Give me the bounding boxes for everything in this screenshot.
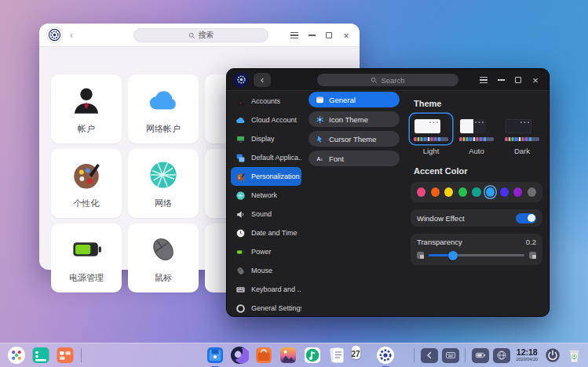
sidebar-item-network[interactable]: Network (231, 186, 301, 205)
tray-chevron-left-icon[interactable] (421, 348, 438, 363)
subnav-item-font[interactable]: Aa Font (309, 151, 400, 166)
settings-card-user[interactable]: 帐户 (51, 74, 122, 144)
general-panel: Theme Light Auto (411, 92, 542, 311)
mini-dock (505, 137, 539, 141)
settings-card-battery[interactable]: 电源管理 (51, 223, 122, 293)
theme-heading: Theme (414, 99, 542, 108)
shutdown-button[interactable] (545, 347, 561, 363)
card-label: 帐户 (78, 123, 95, 135)
search-icon (371, 77, 378, 84)
calendar-icon: 27 (352, 346, 360, 359)
slider-handle[interactable] (448, 251, 458, 260)
close-button[interactable]: × (527, 72, 544, 88)
card-label: 鼠标 (155, 272, 172, 284)
globe-icon (236, 191, 246, 201)
subnav-item-icon-theme[interactable]: Icon Theme (309, 111, 400, 127)
display-icon (236, 134, 246, 144)
close-button[interactable]: × (338, 27, 355, 43)
clock-time: 12:18 (516, 348, 538, 357)
window-effect-toggle[interactable] (516, 213, 536, 223)
accent-color-heading: Accent Color (414, 166, 542, 176)
sidebar-item-accounts[interactable]: Accounts (231, 92, 301, 111)
tray-onscreen-keyboard-icon[interactable] (442, 348, 459, 363)
sidebar-item-power[interactable]: Power (231, 242, 301, 261)
taskbar-text-editor-icon[interactable] (327, 346, 346, 365)
taskbar-browser-icon[interactable] (230, 346, 249, 365)
sidebar-item-label: Display (251, 135, 275, 143)
sidebar-item-mouse[interactable]: Mouse (231, 261, 301, 280)
settings-card-cloud[interactable]: 网络帐户 (128, 74, 199, 144)
sidebar-item-sound[interactable]: Sound (231, 205, 301, 223)
cloud-icon (236, 115, 246, 125)
sidebar-item-personalization[interactable]: Personalization (231, 167, 301, 186)
accent-color-swatch[interactable] (472, 187, 480, 197)
keyboard-icon (236, 285, 246, 295)
desktop: ‹ 搜索 × 帐户 网络帐户 个性化 (0, 0, 588, 367)
taskbar-music-icon[interactable] (303, 346, 322, 365)
sidebar-item-label: General Settings (251, 304, 301, 312)
settings-card-palette[interactable]: 个性化 (51, 149, 122, 218)
taskbar-show-desktop-icon[interactable] (56, 346, 75, 365)
speaker-icon (236, 209, 246, 220)
search-input[interactable]: 搜索 (133, 28, 268, 42)
taskbar-image-viewer-icon[interactable] (279, 346, 298, 365)
sidebar-item-date-and-time[interactable]: Date and Time (231, 223, 301, 242)
accent-color-swatch[interactable] (458, 187, 467, 197)
taskbar-app-store-icon[interactable] (254, 346, 273, 365)
mouse-icon (236, 266, 246, 276)
sidebar-item-keyboard-and[interactable]: Keyboard and ... (231, 280, 301, 299)
minimize-button[interactable] (492, 72, 509, 88)
settings-card-globe[interactable]: 网络 (128, 149, 199, 218)
theme-thumbnail (502, 114, 542, 144)
theme-option-label: Light (411, 147, 451, 155)
menu-icon[interactable] (475, 72, 492, 88)
trash-icon[interactable] (566, 347, 583, 364)
maximize-button[interactable] (320, 27, 338, 43)
accent-color-swatch[interactable] (513, 187, 522, 197)
sidebar-item-cloud-account[interactable]: Cloud Account (231, 111, 301, 129)
accent-color-swatch[interactable] (500, 187, 509, 197)
maximize-button[interactable] (509, 72, 527, 88)
accent-color-swatch[interactable] (417, 187, 425, 197)
accent-color-swatch[interactable] (528, 187, 536, 197)
taskbar-file-manager-icon[interactable] (206, 346, 225, 365)
taskbar-calendar-icon[interactable]: 27 (352, 346, 371, 365)
sidebar-item-general-settings[interactable]: General Settings (231, 299, 301, 318)
settings-card-mouse[interactable]: 鼠标 (128, 223, 199, 293)
window-effect-row: Window Effect (411, 209, 542, 227)
cloud-icon (147, 84, 180, 117)
accent-color-swatch[interactable] (431, 187, 440, 197)
tray-network-icon[interactable] (493, 348, 510, 363)
subnav-item-label: General (329, 96, 356, 104)
card-label: 个性化 (74, 198, 100, 209)
theme-option-light[interactable]: Light (411, 114, 451, 155)
subnav-item-label: Font (329, 154, 344, 163)
theme-thumbnail (456, 114, 497, 144)
back-button[interactable]: ‹ (63, 27, 80, 43)
search-placeholder: 搜索 (199, 30, 214, 41)
card-label: 网络 (155, 198, 172, 209)
theme-option-auto[interactable]: Auto (456, 114, 497, 155)
accent-color-swatch[interactable] (486, 187, 495, 197)
taskbar-multitasking-icon[interactable] (31, 346, 50, 365)
transparency-slider[interactable] (429, 254, 524, 257)
subnav-item-general[interactable]: General (309, 92, 400, 107)
defaults-icon (236, 153, 246, 163)
clock[interactable]: 12:18 2020/04/20 (516, 348, 538, 362)
taskbar-launcher-icon[interactable] (7, 346, 26, 365)
back-button[interactable]: ‹ (254, 73, 271, 87)
minimize-button[interactable] (303, 27, 320, 43)
cursor-icon (316, 135, 324, 144)
mini-window (415, 119, 440, 133)
sidebar-item-default-applica[interactable]: Default Applica... (231, 148, 301, 167)
theme-option-dark[interactable]: Dark (502, 114, 542, 155)
search-input[interactable]: Search (317, 74, 458, 86)
taskbar-control-center-icon[interactable] (376, 346, 395, 365)
sidebar-item-label: Network (251, 191, 277, 199)
menu-icon[interactable] (286, 27, 303, 43)
subnav-item-cursor-theme[interactable]: Cursor Theme (309, 131, 400, 147)
accent-color-swatch[interactable] (444, 187, 453, 197)
tray-battery-icon[interactable] (472, 348, 489, 363)
globe-icon (147, 158, 180, 191)
sidebar-item-display[interactable]: Display (231, 129, 301, 148)
